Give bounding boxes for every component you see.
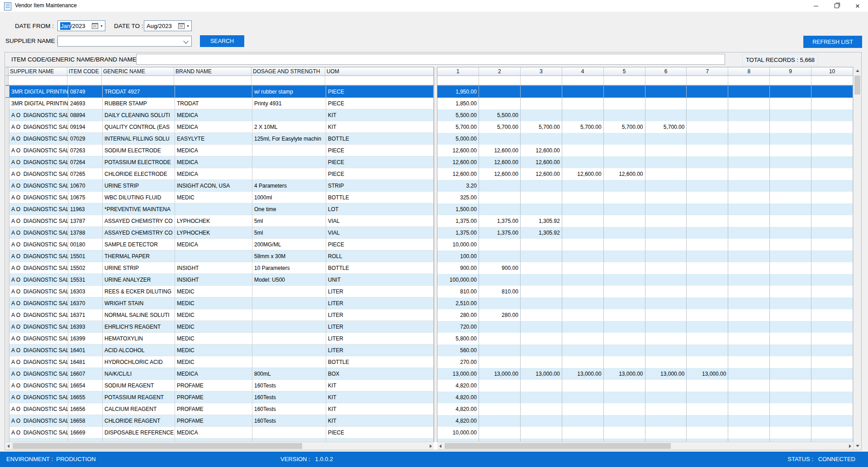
table-row[interactable]: A O DIAGNOSTIC SALES07029INTERNAL FILLIN…	[5, 133, 434, 145]
table-row[interactable]: 4,820.00	[437, 380, 853, 392]
scroll-up-icon[interactable]	[856, 70, 859, 72]
scroll-right-icon[interactable]	[430, 444, 432, 448]
table-row[interactable]: A O DIAGNOSTIC SALES09194QUALITY CONTROL…	[5, 121, 434, 133]
close-button[interactable]: ✕	[847, 0, 868, 12]
table-row[interactable]: 810.00810.00	[437, 286, 853, 297]
column-header-month-4[interactable]: 4	[562, 67, 604, 76]
table-row[interactable]: 4,820.00	[437, 403, 853, 415]
table-row[interactable]: 1,375.001,375.001,305.92	[437, 215, 853, 227]
table-row[interactable]: 1,375.001,375.001,305.92	[437, 227, 853, 239]
table-row[interactable]: 12,600.0012,600.0012,600.00	[437, 145, 853, 156]
table-row[interactable]: 5,500.005,500.00	[437, 109, 853, 121]
table-row[interactable]: A O DIAGNOSTIC SALES11963*PREVENTIVE MAI…	[5, 203, 434, 215]
table-row[interactable]: A O DIAGNOSTIC SALES16656CALCIUM REAGENT…	[5, 403, 434, 415]
column-header-month-10[interactable]: 10	[811, 67, 853, 76]
date-from-year[interactable]: /2023	[71, 23, 85, 29]
table-row[interactable]: A O DIAGNOSTIC SALES16370WRIGHT STAINMED…	[5, 297, 434, 309]
restore-button[interactable]	[826, 0, 847, 12]
scroll-left-icon[interactable]	[439, 444, 441, 448]
vertical-scrollbar[interactable]	[853, 67, 861, 450]
table-row[interactable]: A O DIAGNOSTIC SALES08894DAILY CLEANING …	[5, 109, 434, 121]
table-row[interactable]: 5,000.00	[437, 133, 853, 145]
table-row[interactable]: A O DIAGNOSTIC SALES10675WBC DILUTING FL…	[5, 192, 434, 203]
table-row[interactable]: 270.00	[437, 356, 853, 368]
table-row[interactable]: 325.00	[437, 192, 853, 203]
chevron-down-icon[interactable]: ▼	[100, 24, 103, 28]
date-from-month[interactable]: Jan	[60, 22, 71, 30]
table-row[interactable]: A O DIAGNOSTIC SALES16371NORMAL SALINE S…	[5, 309, 434, 321]
table-row[interactable]: A O DIAGNOSTIC SALES10670URINE STRIPINSI…	[5, 180, 434, 192]
table-row[interactable]: 3MR DIGITAL PRINTING08749TRODAT 4927w/ r…	[5, 86, 434, 98]
column-header-month-6[interactable]: 6	[645, 67, 687, 76]
filter-cell[interactable]	[728, 76, 770, 85]
date-from-input[interactable]: Jan/2023 ▼	[57, 20, 105, 31]
table-row[interactable]: A O DIAGNOSTIC SALES16393EHRLICH'S REAGE…	[5, 321, 434, 333]
right-horizontal-scrollbar[interactable]	[437, 442, 853, 450]
filter-cell[interactable]	[645, 76, 687, 85]
scrollbar-thumb[interactable]	[13, 443, 302, 449]
left-filter-row[interactable]	[5, 76, 434, 86]
minimize-button[interactable]	[806, 0, 826, 12]
filter-cell[interactable]	[251, 76, 325, 85]
filter-cell[interactable]	[9, 76, 67, 85]
table-row[interactable]: A O DIAGNOSTIC SALES15501THERMAL PAPER58…	[5, 250, 434, 262]
filter-cell[interactable]	[811, 76, 853, 85]
table-row[interactable]: A O DIAGNOSTIC SALES16658CHLORIDE REAGEN…	[5, 415, 434, 427]
filter-cell[interactable]	[521, 76, 562, 85]
column-header-month-1[interactable]: 1	[437, 67, 479, 76]
table-row[interactable]: 4,820.00	[437, 415, 853, 427]
table-row[interactable]: A O DIAGNOSTIC SALES15531URINE ANALYZERI…	[5, 274, 434, 286]
chevron-down-icon[interactable]	[183, 38, 188, 43]
column-header-month-5[interactable]: 5	[604, 67, 645, 76]
table-row[interactable]: A O DIAGNOSTIC SALES07263SODIUM ELECTROD…	[5, 145, 434, 156]
filter-cell[interactable]	[174, 76, 251, 85]
column-header-month-7[interactable]: 7	[687, 67, 728, 76]
table-row[interactable]: 12,600.0012,600.0012,600.00	[437, 156, 853, 168]
table-row[interactable]: A O DIAGNOSTIC SALES00180SAMPLE DETECTOR…	[5, 239, 434, 250]
table-row[interactable]: 5,800.00	[437, 333, 853, 344]
column-header-month-2[interactable]: 2	[479, 67, 521, 76]
filter-cell[interactable]	[479, 76, 521, 85]
table-row[interactable]: 1,950.00	[437, 86, 853, 98]
right-filter-row[interactable]	[437, 76, 853, 86]
table-row[interactable]: 720.00	[437, 321, 853, 333]
table-row[interactable]: A O DIAGNOSTIC SALES15502URINE STRIPINSI…	[5, 262, 434, 274]
table-row[interactable]: 10,000.00	[437, 427, 853, 439]
column-header-dosage-and-strength[interactable]: DOSAGE AND STRENGTH	[251, 67, 325, 76]
filter-cell[interactable]	[102, 76, 174, 85]
column-header-brand-name[interactable]: BRAND NAME	[174, 67, 251, 76]
table-row[interactable]: 3.20	[437, 180, 853, 192]
table-row[interactable]: 100,000.00	[437, 274, 853, 286]
scroll-left-icon[interactable]	[7, 444, 9, 448]
column-header-supplier-name[interactable]: SUPPLIER NAME	[9, 67, 67, 76]
scrollbar-thumb[interactable]	[445, 443, 671, 449]
table-row[interactable]: 12,600.0012,600.0012,600.0012,600.0012,6…	[437, 168, 853, 180]
left-horizontal-scrollbar[interactable]	[5, 442, 434, 450]
column-header-generic-name[interactable]: GENERIC NAME	[102, 67, 174, 76]
table-row[interactable]: 280.00280.00	[437, 309, 853, 321]
scroll-right-icon[interactable]	[849, 444, 851, 448]
column-header-item-code[interactable]: ITEM CODE	[67, 67, 102, 76]
supplier-name-select[interactable]	[57, 36, 192, 47]
table-row[interactable]: A O DIAGNOSTIC SALES16607NA/K/CL/LIMEDIC…	[5, 368, 434, 380]
column-header-month-8[interactable]: 8	[728, 67, 770, 76]
table-row[interactable]: A O DIAGNOSTIC SALES16654SODIUM REAGENTP…	[5, 380, 434, 392]
scroll-down-icon[interactable]	[856, 445, 859, 447]
table-row[interactable]: 3MR DIGITAL PRINTING24693RUBBER STAMPTRO…	[5, 98, 434, 109]
calendar-icon[interactable]	[178, 23, 185, 29]
table-row[interactable]: 2,510.00	[437, 297, 853, 309]
table-row[interactable]: A O DIAGNOSTIC SALES16399HEMATOXYLINMEDI…	[5, 333, 434, 344]
table-row[interactable]: 13,000.0013,000.0013,000.0013,000.0013,0…	[437, 368, 853, 380]
filter-cell[interactable]	[67, 76, 102, 85]
date-to-input[interactable]: Aug/2023 ▼	[144, 20, 192, 31]
filter-cell[interactable]	[770, 76, 811, 85]
filter-cell[interactable]	[562, 76, 604, 85]
refresh-list-button[interactable]: REFRESH LIST	[803, 36, 862, 48]
filter-cell[interactable]	[604, 76, 645, 85]
table-row[interactable]: 100.00	[437, 250, 853, 262]
column-header-month-9[interactable]: 9	[770, 67, 811, 76]
filter-cell[interactable]	[325, 76, 434, 85]
table-row[interactable]: A O DIAGNOSTIC SALES16481HYDROCHLORIC AC…	[5, 356, 434, 368]
table-row[interactable]: 4,820.00	[437, 392, 853, 403]
table-row[interactable]: 900.00900.00	[437, 262, 853, 274]
